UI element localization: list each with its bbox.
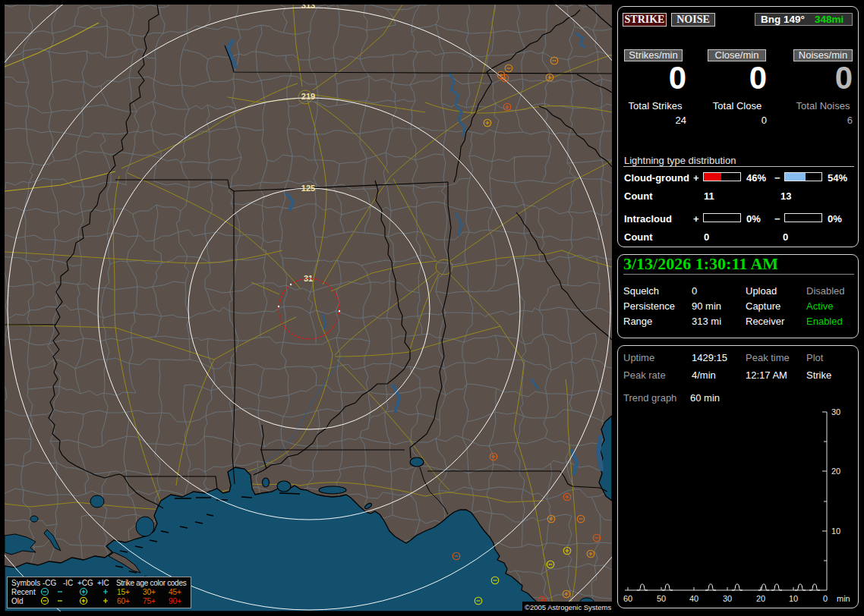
svg-text:40: 40 xyxy=(689,594,698,603)
svg-text:20: 20 xyxy=(756,594,765,603)
svg-text:60: 60 xyxy=(623,594,632,603)
svg-text:313: 313 xyxy=(301,5,315,10)
svg-text:50: 50 xyxy=(657,594,666,603)
svg-text:219: 219 xyxy=(301,92,315,101)
svg-text:10: 10 xyxy=(831,526,840,536)
svg-text:125: 125 xyxy=(301,184,315,193)
svg-text:20: 20 xyxy=(831,467,840,476)
svg-text:0: 0 xyxy=(823,594,828,603)
svg-text:10: 10 xyxy=(789,594,798,603)
svg-text:min: min xyxy=(837,594,850,603)
svg-text:30: 30 xyxy=(831,407,840,416)
svg-text:30: 30 xyxy=(723,594,732,603)
